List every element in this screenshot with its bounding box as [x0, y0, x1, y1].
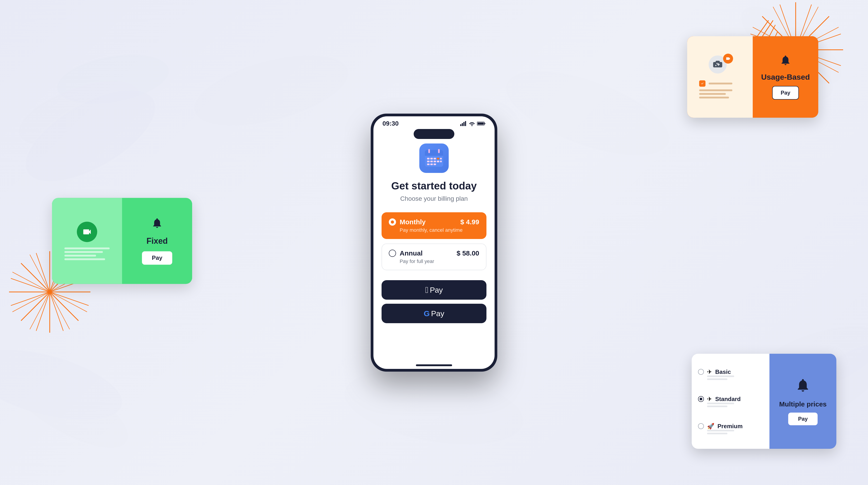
- status-bar: 09:30: [373, 116, 495, 129]
- basic-radio[interactable]: [698, 369, 704, 375]
- svg-rect-65: [430, 163, 433, 165]
- phone-content: Get started today Choose your billing pl…: [373, 143, 495, 364]
- annual-plan-name: Annual: [400, 249, 453, 257]
- phone-title: Get started today: [391, 180, 477, 192]
- gamepad-container: [709, 55, 731, 76]
- phone-subtitle: Choose your billing plan: [400, 195, 468, 202]
- home-indicator: [416, 364, 452, 366]
- fixed-card-content: Fixed Pay: [122, 198, 192, 284]
- bell-icon: [151, 217, 163, 231]
- svg-rect-48: [477, 122, 484, 124]
- monthly-radio-button[interactable]: [389, 219, 396, 226]
- svg-rect-64: [427, 163, 430, 165]
- multiple-bell-icon: [795, 377, 811, 396]
- payment-buttons:  Pay G Pay: [381, 280, 487, 323]
- svg-point-10: [187, 41, 355, 139]
- svg-rect-43: [463, 122, 465, 126]
- annual-plan-card[interactable]: Annual $ 58.00 Pay for full year: [381, 244, 487, 270]
- monthly-plan-name: Monthly: [400, 218, 457, 226]
- svg-point-11: [496, 54, 679, 172]
- phone-screen: 09:30: [373, 116, 495, 369]
- calendar-icon-container: [419, 143, 449, 173]
- google-pay-label: Pay: [431, 309, 444, 318]
- wifi-icon: [469, 121, 475, 126]
- svg-rect-58: [440, 158, 442, 159]
- svg-rect-59: [427, 161, 430, 162]
- standard-icon: ✈: [707, 396, 712, 403]
- phone-mockup: 09:30: [371, 114, 497, 372]
- usage-card-title: Usage-Based: [761, 73, 810, 82]
- plan-cards: Monthly $ 4.99 Pay monthly, cancel anyti…: [381, 212, 487, 270]
- multiple-prices-tiers: ✈ Basic ✈ Standard 🚀: [692, 354, 770, 449]
- usage-card-icon-section: [687, 36, 753, 118]
- fixed-pay-button[interactable]: Pay: [142, 251, 172, 264]
- usage-card-content: Usage-Based Pay: [753, 36, 818, 118]
- dynamic-island: [414, 129, 454, 139]
- svg-rect-62: [437, 161, 439, 162]
- usage-checkbox: [699, 80, 706, 87]
- video-camera-icon: [77, 222, 97, 242]
- usage-pay-button[interactable]: Pay: [772, 86, 799, 99]
- svg-rect-51: [425, 154, 443, 156]
- status-time: 09:30: [382, 120, 399, 127]
- multiple-prices-content: Multiple prices Pay: [770, 354, 836, 449]
- calendar-icon: [424, 148, 444, 168]
- svg-rect-61: [434, 161, 436, 162]
- annual-plan-description: Pay for full year: [400, 258, 479, 264]
- svg-rect-41: [460, 124, 461, 126]
- usage-based-card: Usage-Based Pay: [687, 36, 818, 118]
- svg-rect-44: [465, 121, 466, 126]
- basic-tier[interactable]: ✈ Basic: [698, 368, 763, 380]
- fixed-card-title: Fixed: [147, 236, 168, 246]
- monthly-plan-price: $ 4.99: [460, 218, 479, 226]
- status-icons: [460, 121, 486, 126]
- svg-point-45: [471, 125, 473, 126]
- google-pay-button[interactable]: G Pay: [381, 304, 487, 323]
- svg-rect-54: [427, 158, 430, 159]
- basic-icon: ✈: [707, 368, 712, 375]
- video-badge-icon: [723, 54, 733, 64]
- svg-rect-56: [434, 158, 436, 159]
- premium-tier[interactable]: 🚀 Premium: [698, 423, 763, 434]
- basic-tier-name: Basic: [715, 368, 731, 375]
- usage-card-lines: [699, 89, 733, 98]
- svg-point-9: [339, 358, 529, 456]
- svg-rect-66: [434, 163, 436, 165]
- standard-tier-name: Standard: [715, 396, 741, 403]
- multiple-prices-card: ✈ Basic ✈ Standard 🚀: [692, 354, 836, 449]
- premium-tier-name: Premium: [717, 423, 743, 430]
- signal-icon: [460, 121, 467, 126]
- svg-rect-52: [428, 149, 430, 153]
- standard-tier[interactable]: ✈ Standard: [698, 396, 763, 407]
- usage-card-checkbox-section: [699, 80, 741, 98]
- svg-rect-63: [440, 161, 442, 162]
- svg-rect-57: [437, 158, 439, 159]
- apple-pay-button[interactable]:  Pay: [381, 280, 487, 299]
- fixed-card-icon-section: [52, 198, 122, 284]
- premium-icon: 🚀: [707, 423, 714, 430]
- monthly-plan-description: Pay monthly, cancel anytime: [400, 227, 479, 233]
- fixed-pay-card: Fixed Pay: [52, 198, 192, 284]
- usage-bell-icon: [780, 54, 792, 68]
- standard-radio[interactable]: [698, 396, 704, 402]
- svg-rect-60: [430, 161, 433, 162]
- monthly-plan-card[interactable]: Monthly $ 4.99 Pay monthly, cancel anyti…: [381, 212, 487, 239]
- annual-radio-button[interactable]: [389, 250, 396, 257]
- apple-logo-icon: : [426, 285, 429, 295]
- google-g-icon: G: [424, 309, 430, 318]
- svg-rect-55: [430, 158, 433, 159]
- multiple-prices-title: Multiple prices: [779, 400, 827, 408]
- svg-rect-47: [485, 123, 485, 124]
- apple-pay-label: Pay: [430, 286, 442, 294]
- battery-icon: [477, 121, 486, 126]
- fixed-card-lines: [64, 247, 110, 260]
- svg-rect-42: [462, 123, 463, 126]
- annual-plan-price: $ 58.00: [457, 249, 479, 257]
- multiple-pay-button[interactable]: Pay: [788, 412, 818, 425]
- premium-radio[interactable]: [698, 423, 704, 429]
- svg-rect-53: [438, 149, 440, 153]
